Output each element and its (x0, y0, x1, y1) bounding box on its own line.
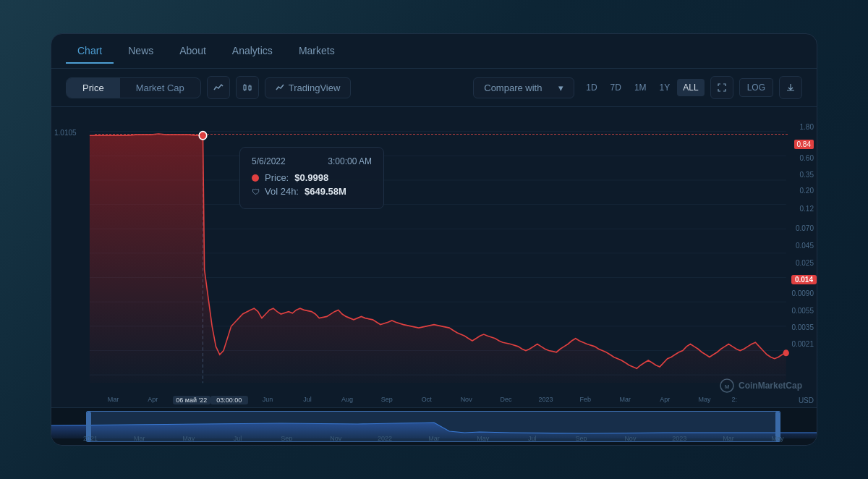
x-label-aug: Aug (327, 396, 367, 404)
y-label-0.0090: 0.0090 (791, 289, 814, 297)
mini-chart[interactable]: 2021 Mar May Jul Sep Nov 2022 Mar May Ju… (51, 407, 817, 445)
mini-label-jul2: Jul (508, 435, 557, 442)
mini-label-mar2: Mar (409, 435, 459, 442)
y-label-0.0035: 0.0035 (791, 323, 814, 331)
time-1d[interactable]: 1D (580, 79, 603, 96)
tradingview-button[interactable]: TradingView (265, 77, 352, 98)
fullscreen-icon[interactable] (710, 76, 733, 99)
tab-bar: Chart News About Analytics Markets (51, 34, 817, 69)
mini-label-mar: Mar (115, 435, 164, 442)
tab-about[interactable]: About (168, 39, 218, 64)
x-label-mar: Mar (93, 396, 133, 404)
tab-chart[interactable]: Chart (66, 39, 114, 64)
price-chart (51, 107, 817, 407)
y-label-0.025: 0.025 (796, 259, 814, 267)
y-label-0.0021: 0.0021 (791, 340, 814, 348)
compare-with-button[interactable]: Compare with ▾ (473, 77, 574, 98)
x-label-feb: Feb (566, 396, 605, 404)
mini-label-jul: Jul (213, 435, 263, 442)
y-label-0.0055: 0.0055 (791, 307, 814, 315)
mini-label-nov2: Nov (605, 435, 655, 442)
mini-label-sep: Sep (262, 435, 311, 442)
y-label-0.35: 0.35 (800, 171, 814, 179)
x-label-jul: Jul (288, 396, 328, 404)
y-label-0.045: 0.045 (796, 242, 814, 250)
usd-label: USD (799, 397, 814, 404)
svg-text:M: M (725, 383, 730, 390)
x-label-2023: 2023 (526, 396, 566, 404)
y-label-1.80: 1.80 (800, 123, 814, 131)
tab-analytics[interactable]: Analytics (221, 39, 284, 64)
x-label-oct: Oct (407, 396, 446, 404)
tradingview-label: TradingView (289, 82, 341, 93)
x-axis-labels: Mar Apr 06 май '22 03:00:00 Jun Jul Aug … (51, 396, 788, 404)
candlestick-icon[interactable] (236, 76, 259, 99)
mini-label-nov: Nov (311, 435, 360, 442)
x-label-jun: Jun (248, 396, 288, 404)
x-label-nov: Nov (446, 396, 486, 404)
log-button[interactable]: LOG (739, 78, 773, 97)
current-price-label: 0.014 (791, 275, 817, 284)
time-1y[interactable]: 1Y (654, 79, 676, 96)
x-label-dec: Dec (486, 396, 526, 404)
chart-area[interactable]: 1.0105 (51, 107, 817, 407)
chart-toolbar: Price Market Cap TradingView (51, 69, 817, 107)
x-label-03: 03:00:00 (210, 396, 248, 404)
y-label-0.60: 0.60 (800, 154, 814, 162)
main-card: Chart News About Analytics Markets Price… (51, 33, 817, 446)
coinmarketcap-watermark: M CoinMarketCap (720, 378, 802, 393)
chevron-down-icon: ▾ (558, 82, 563, 93)
time-range-buttons: 1D 7D 1M 1Y ALL (580, 79, 704, 96)
tab-markets[interactable]: Markets (287, 39, 346, 64)
x-label-06may: 06 май '22 (173, 396, 210, 404)
time-1m[interactable]: 1M (629, 79, 652, 96)
x-label-may: May (685, 396, 725, 404)
reference-line (95, 134, 788, 135)
mini-label-may: May (164, 435, 213, 442)
mini-label-may2: May (459, 435, 508, 442)
mini-label-2023: 2023 (655, 435, 704, 442)
x-label-apr: Apr (133, 396, 173, 404)
svg-rect-3 (249, 86, 251, 90)
svg-point-18 (199, 132, 207, 140)
mini-label-may3: May (753, 435, 802, 442)
x-label-apr2: Apr (645, 396, 685, 404)
time-all[interactable]: ALL (677, 79, 704, 96)
tab-news[interactable]: News (116, 39, 165, 64)
line-chart-icon[interactable] (207, 76, 230, 99)
mini-label-sep2: Sep (557, 435, 606, 442)
y-label-0.84: 0.84 (794, 140, 814, 149)
x-label-end: 2: (725, 396, 744, 404)
market-cap-button[interactable]: Market Cap (120, 78, 200, 98)
download-icon[interactable] (779, 76, 802, 99)
y-label-0.070: 0.070 (796, 224, 814, 232)
mini-chart-x-labels: 2021 Mar May Jul Sep Nov 2022 Mar May Ju… (51, 435, 817, 442)
x-label-mar2: Mar (605, 396, 645, 404)
time-7d[interactable]: 7D (605, 79, 627, 96)
y-label-0.12: 0.12 (800, 205, 814, 213)
price-button[interactable]: Price (67, 78, 120, 98)
watermark-text: CoinMarketCap (739, 381, 802, 391)
mini-label-mar3: Mar (704, 435, 753, 442)
y-axis-top-label: 1.0105 (54, 129, 77, 137)
mini-label-2022: 2022 (360, 435, 409, 442)
x-label-sep: Sep (367, 396, 407, 404)
y-label-0.20: 0.20 (800, 187, 814, 195)
mini-label-2021: 2021 (66, 435, 115, 442)
price-marketcap-group: Price Market Cap (66, 77, 201, 98)
compare-with-label: Compare with (484, 82, 542, 93)
svg-rect-0 (244, 85, 246, 90)
svg-point-19 (783, 349, 788, 356)
